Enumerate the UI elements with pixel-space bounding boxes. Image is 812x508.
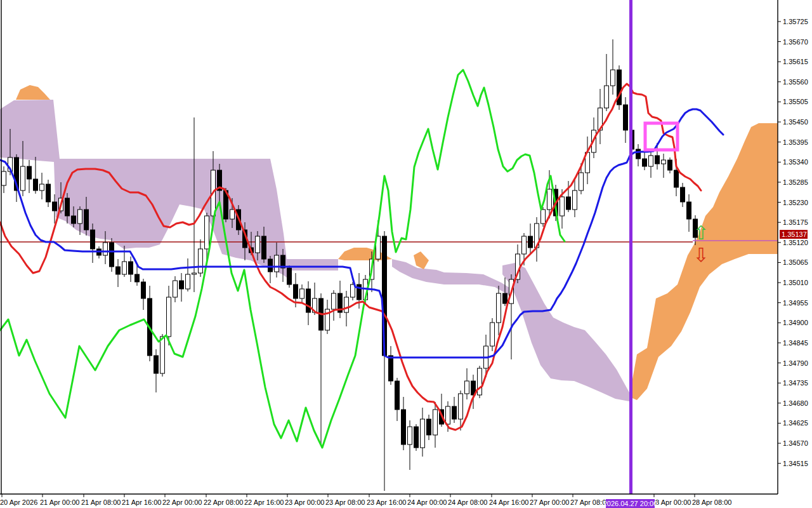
candle-body xyxy=(262,236,266,259)
time-tick-label: 24 Apr 08:00 xyxy=(448,498,487,506)
candle-body xyxy=(332,293,336,309)
candle-body xyxy=(27,166,32,179)
candle-body xyxy=(84,210,89,230)
candle-body xyxy=(605,86,609,108)
price-tick-label: 1.35670 xyxy=(783,38,808,46)
candle-body xyxy=(205,216,209,249)
candle-body xyxy=(300,289,304,298)
candle-body xyxy=(408,427,412,444)
price-tick-label: 1.34680 xyxy=(783,399,808,407)
candle-body xyxy=(566,197,571,210)
candle-body xyxy=(65,198,70,216)
candle-body xyxy=(34,179,38,190)
down-arrow-icon[interactable]: ⇩ xyxy=(693,244,709,265)
candle-body xyxy=(2,171,6,185)
candle-body xyxy=(687,202,691,219)
cloud-orange-mid-2 xyxy=(414,251,429,269)
candle-body xyxy=(522,236,527,254)
candle-body xyxy=(199,249,203,273)
candle-body xyxy=(167,297,171,337)
candle-body xyxy=(503,293,508,304)
time-tick-label: 23 Apr 00:00 xyxy=(285,498,324,506)
vertical-line[interactable] xyxy=(629,0,632,494)
candle-body xyxy=(402,410,406,444)
up-arrow-icon[interactable]: ⇧ xyxy=(693,222,709,243)
time-tick-label: 23 Apr 08:00 xyxy=(325,498,365,506)
candle-body xyxy=(579,173,584,190)
candle-body xyxy=(306,289,311,312)
chart-border xyxy=(0,0,778,494)
time-tick-label: 27 Apr 00:00 xyxy=(530,498,569,506)
candle-body xyxy=(674,170,679,187)
price-chart: ⇧⇩ 1.357251.356701.356151.355601.355051.… xyxy=(0,0,812,508)
candle-body xyxy=(528,236,533,248)
candle-body xyxy=(389,356,393,381)
time-tick-label: 21 Apr 16:00 xyxy=(122,498,161,506)
candle-body xyxy=(72,216,76,224)
price-tick-label: 1.34900 xyxy=(783,319,808,326)
price-tick-label: 1.35340 xyxy=(783,158,808,166)
candle-body xyxy=(344,297,349,312)
candle-body xyxy=(421,419,425,448)
price-tick-label: 1.35725 xyxy=(783,18,808,25)
candle-body xyxy=(624,105,628,130)
candle-body xyxy=(490,323,495,346)
candle-body xyxy=(655,156,660,164)
cloud-mid-purple-2 xyxy=(392,259,513,297)
time-tick-label: 22 Apr 16:00 xyxy=(244,498,284,506)
current-price-badge-label: 1.35137 xyxy=(782,231,807,238)
candle-body xyxy=(110,243,114,267)
candle-body xyxy=(294,284,298,298)
trading-chart-window: ⇧⇩ 1.357251.356701.356151.355601.355051.… xyxy=(0,0,812,508)
event-time-badge-label: 2026.04.27 20:00 xyxy=(603,500,658,507)
price-tick-label: 1.35120 xyxy=(783,239,808,246)
time-tick-label: 28 Apr 08:00 xyxy=(692,498,731,506)
candle-body xyxy=(547,189,552,210)
candle-body xyxy=(649,156,653,166)
candle-body xyxy=(116,267,121,274)
candle-body xyxy=(53,202,57,211)
price-tick-label: 1.35285 xyxy=(783,178,808,186)
candle-body xyxy=(154,356,159,373)
price-tick-label: 1.35065 xyxy=(783,258,808,266)
time-tick-label: 20 Apr 2026 xyxy=(0,498,37,506)
candle-body xyxy=(78,210,82,224)
time-tick-label: 24 Apr 00:00 xyxy=(407,498,447,506)
price-tick-label: 1.35010 xyxy=(783,279,808,286)
price-tick-label: 1.35560 xyxy=(783,78,808,86)
candle-body xyxy=(230,210,235,219)
candle-body xyxy=(268,259,273,272)
candle-body xyxy=(40,184,44,190)
candle-body xyxy=(427,419,431,435)
candle-body xyxy=(46,184,51,202)
time-tick-label: 21 Apr 08:00 xyxy=(81,498,121,506)
candle-body xyxy=(129,262,133,274)
candle-body xyxy=(395,381,400,410)
candle-body xyxy=(611,70,615,86)
price-tick-label: 1.35175 xyxy=(783,218,808,226)
time-tick-label: 23 Apr 16:00 xyxy=(367,498,406,506)
price-tick-label: 1.35615 xyxy=(783,58,808,65)
time-tick-label: 21 Apr 00:00 xyxy=(40,498,79,506)
time-tick-label: 24 Apr 16:00 xyxy=(489,498,528,506)
price-tick-label: 1.34790 xyxy=(783,359,808,367)
candle-body xyxy=(497,293,501,323)
candle-body xyxy=(192,273,197,274)
ichimoku-cloud-polygons xyxy=(0,85,778,401)
time-tick-label: 28 Apr 00:00 xyxy=(652,498,691,506)
candle-body xyxy=(681,187,685,202)
event-vertical-line[interactable] xyxy=(629,0,632,494)
candle-body xyxy=(256,236,260,253)
candle-body xyxy=(103,243,108,255)
candle-body xyxy=(560,197,565,216)
candle-body xyxy=(21,166,25,190)
price-tick-label: 1.35450 xyxy=(783,118,808,126)
cloud-orange-top-left xyxy=(16,85,50,100)
price-axis[interactable]: 1.357251.356701.356151.355601.355051.354… xyxy=(778,18,808,467)
price-tick-label: 1.34735 xyxy=(783,379,808,387)
price-tick-label: 1.35505 xyxy=(783,98,808,105)
candle-body xyxy=(541,210,546,224)
candlesticks xyxy=(2,39,698,491)
candle-body xyxy=(135,274,140,282)
candle-body xyxy=(643,159,647,166)
